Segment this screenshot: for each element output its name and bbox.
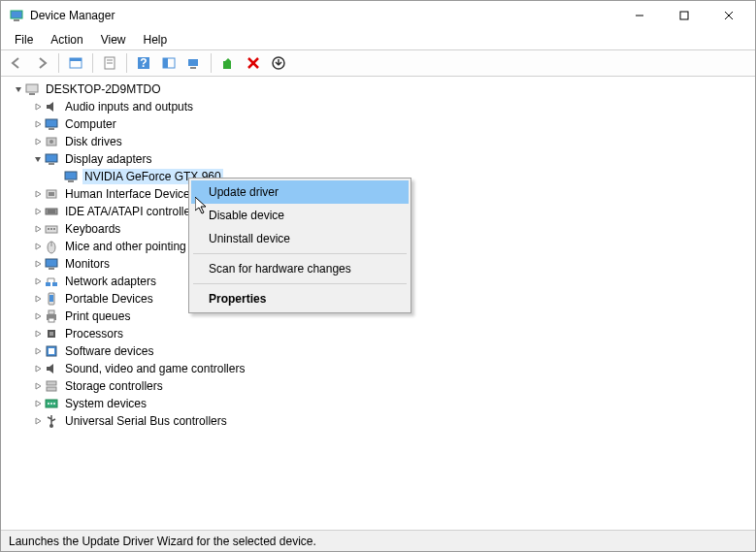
monitor-icon [63, 169, 79, 184]
svg-rect-30 [68, 180, 74, 182]
computer-icon [24, 81, 40, 97]
app-icon [9, 8, 24, 23]
tree-node-label: Network adapters [63, 274, 158, 289]
svg-rect-14 [163, 58, 168, 68]
window-title: Device Manager [30, 9, 617, 22]
hid-icon [44, 186, 59, 202]
menu-action[interactable]: Action [43, 31, 90, 49]
toolbar-separator [58, 53, 59, 73]
menu-view[interactable]: View [93, 31, 134, 49]
tree-node-label: Sound, video and game controllers [63, 361, 247, 376]
svg-rect-58 [47, 381, 56, 385]
network-icon [44, 274, 59, 289]
toggle-button[interactable] [157, 52, 181, 74]
tree-node[interactable]: Display adapters [3, 150, 753, 168]
context-item-properties[interactable]: Properties [191, 287, 409, 310]
tree-node-label: Human Interface Device [63, 186, 192, 202]
usb-icon [44, 413, 59, 429]
portable-icon [44, 291, 59, 307]
minimize-button[interactable] [617, 1, 662, 30]
context-item-uninstall-device[interactable]: Uninstall device [191, 227, 409, 250]
tree-node[interactable]: Software devices [3, 342, 753, 360]
monitor-icon [44, 116, 59, 132]
tree-node-label: Mice and other pointing [63, 239, 188, 254]
properties-button[interactable] [98, 52, 121, 74]
tree-node-label: Audio inputs and outputs [63, 99, 195, 114]
tree-node-label: Display adapters [63, 151, 153, 167]
svg-rect-38 [50, 228, 52, 230]
tree-node[interactable]: Disk drives [3, 133, 753, 150]
svg-rect-37 [48, 228, 49, 230]
svg-rect-1 [14, 19, 19, 21]
menu-help[interactable]: Help [136, 31, 176, 49]
printer-icon [44, 308, 59, 324]
svg-rect-24 [49, 128, 54, 130]
svg-point-62 [50, 403, 52, 405]
forward-button[interactable] [30, 52, 53, 74]
context-menu: Update driver Disable device Uninstall d… [188, 178, 411, 313]
scan-button[interactable] [182, 52, 206, 74]
svg-rect-50 [49, 295, 53, 302]
context-item-update-driver[interactable]: Update driver [191, 180, 409, 204]
show-hidden-button[interactable] [64, 52, 87, 74]
system-icon [44, 396, 59, 411]
svg-point-63 [53, 403, 55, 405]
maximize-button[interactable] [662, 1, 707, 30]
tree-node-label: Computer [63, 116, 118, 132]
tree-node[interactable]: Computer [3, 115, 753, 133]
svg-rect-29 [65, 172, 77, 179]
tree-node-label: Processors [63, 326, 125, 341]
update-button[interactable] [267, 52, 290, 74]
svg-rect-27 [46, 154, 57, 162]
svg-rect-59 [47, 387, 56, 391]
svg-rect-15 [188, 59, 198, 66]
toolbar-separator [211, 53, 212, 73]
statusbar: Launches the Update Driver Wizard for th… [1, 530, 755, 551]
monitor-icon [44, 256, 59, 272]
svg-rect-52 [49, 310, 54, 314]
svg-rect-21 [26, 84, 38, 92]
context-separator [193, 253, 407, 254]
tree-node-label: Storage controllers [63, 378, 165, 394]
svg-rect-22 [29, 93, 35, 95]
tree-node[interactable]: Universal Serial Bus controllers [3, 412, 753, 430]
mouse-icon [44, 239, 59, 254]
tree-node-label: Disk drives [63, 134, 124, 149]
svg-rect-3 [680, 12, 688, 19]
svg-rect-33 [46, 209, 57, 214]
close-button[interactable] [707, 1, 751, 30]
svg-rect-7 [70, 58, 82, 61]
statusbar-text: Launches the Update Driver Wizard for th… [9, 535, 316, 548]
context-item-scan-hardware[interactable]: Scan for hardware changes [191, 257, 409, 280]
disk-icon [44, 134, 59, 149]
enable-button[interactable] [216, 52, 240, 74]
toolbar-separator [126, 53, 127, 73]
tree-node[interactable]: Sound, video and game controllers [3, 360, 753, 377]
tree-node-label: Portable Devices [63, 291, 155, 307]
svg-rect-28 [49, 163, 54, 165]
tree-node[interactable]: Processors [3, 325, 753, 342]
audio-icon [44, 361, 59, 376]
device-tree[interactable]: DESKTOP-2D9MTDO Audio inputs and outputs… [1, 77, 755, 530]
storage-icon [44, 378, 59, 394]
svg-point-61 [48, 403, 49, 405]
toolbar-separator [92, 53, 93, 73]
svg-rect-53 [49, 318, 54, 322]
help-button[interactable]: ? [132, 52, 155, 74]
svg-rect-57 [49, 348, 54, 354]
svg-rect-16 [190, 67, 196, 69]
tree-root[interactable]: DESKTOP-2D9MTDO [3, 81, 753, 98]
tree-node-label: Print queues [63, 308, 132, 324]
back-button[interactable] [5, 52, 28, 74]
tree-node[interactable]: Audio inputs and outputs [3, 98, 753, 115]
toolbar: ? [1, 49, 755, 77]
tree-node[interactable]: Storage controllers [3, 377, 753, 395]
svg-rect-45 [52, 282, 57, 286]
titlebar: Device Manager [1, 1, 755, 30]
tree-node[interactable]: System devices [3, 395, 753, 412]
menu-file[interactable]: File [7, 31, 41, 49]
remove-button[interactable] [242, 52, 265, 74]
monitor-icon [44, 151, 59, 167]
ide-icon [44, 204, 59, 219]
context-item-disable-device[interactable]: Disable device [191, 204, 409, 227]
